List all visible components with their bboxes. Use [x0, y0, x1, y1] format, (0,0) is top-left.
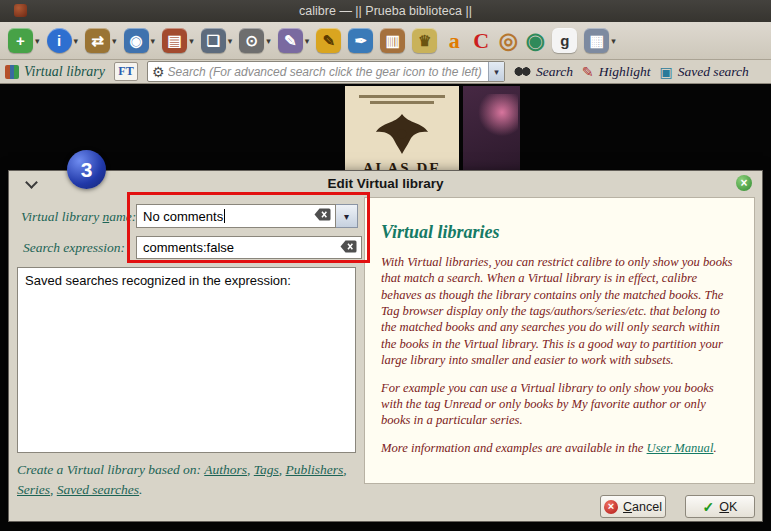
saved-searches-link[interactable]: Saved searches — [57, 482, 139, 497]
edit-metadata-icon: i — [47, 28, 72, 53]
amazon-button[interactable]: a — [442, 26, 466, 55]
dropdown-arrow-icon[interactable]: ▾ — [74, 36, 79, 46]
virtual-library-label: Virtual library — [24, 64, 105, 80]
tags-link[interactable]: Tags — [254, 462, 279, 477]
saved-searches-listbox-label: Saved searches recognized in the express… — [25, 273, 291, 288]
saved-search-icon: ▣ — [660, 64, 673, 80]
info-paragraph-1: With Virtual libraries, you can restrict… — [381, 254, 738, 369]
mark-books-icon: ✒ — [348, 28, 373, 53]
news-icon: ◉ — [525, 28, 545, 53]
series-link[interactable]: Series — [17, 482, 50, 497]
trophy-icon: ♛ — [412, 28, 437, 53]
ok-check-icon: ✓ — [703, 499, 715, 515]
search-button[interactable]: Search — [514, 64, 573, 80]
trophy-button[interactable]: ♛ — [410, 26, 439, 55]
search-input[interactable] — [168, 65, 488, 79]
full-text-search-button[interactable]: FT — [114, 62, 138, 81]
dropdown-arrow-icon[interactable]: ▾ — [151, 36, 156, 46]
binoculars-icon — [514, 66, 531, 77]
search-bar-row: Virtual library FT ⚙ ▾ Search ✎ Highligh… — [0, 60, 771, 84]
gear-icon[interactable]: ⚙ — [152, 64, 165, 80]
user-manual-link[interactable]: User Manual — [647, 441, 714, 455]
search-magnifier-icon: ⊙ — [239, 28, 264, 53]
news-button[interactable]: ◉ — [523, 26, 547, 55]
goodreads-icon: g — [552, 28, 577, 53]
cover-flower-art — [478, 94, 518, 140]
library-stats-icon: ▥ — [380, 28, 405, 53]
donate-icon: ◎ — [498, 28, 518, 53]
virtual-library-name-label: Virtual library name: — [21, 209, 136, 225]
view-book-button[interactable]: ◉▾ — [122, 26, 158, 55]
titlebar: calibre — || Prueba biblioteca || — [0, 0, 771, 22]
dropdown-arrow-icon[interactable]: ▾ — [112, 36, 117, 46]
layout-columns-icon: ▦ — [584, 28, 609, 53]
goodreads-button[interactable]: g — [550, 26, 579, 55]
calibre-window: calibre — || Prueba biblioteca || +▾i▾⇄▾… — [0, 0, 771, 531]
highlighter-icon: ✎ — [582, 64, 594, 80]
annotation-highlight-rect — [127, 192, 370, 263]
close-icon[interactable]: × — [736, 175, 752, 191]
dropdown-arrow-icon[interactable]: ▾ — [35, 36, 40, 46]
search-box: ⚙ ▾ — [147, 61, 505, 82]
search-dropdown-arrow-icon[interactable]: ▾ — [488, 62, 504, 81]
saved-searches-listbox[interactable]: Saved searches recognized in the express… — [17, 267, 356, 453]
dropdown-arrow-icon[interactable]: ▾ — [305, 36, 310, 46]
window-title: calibre — || Prueba biblioteca || — [299, 4, 472, 18]
send-to-device-icon: ▤ — [162, 28, 187, 53]
convert-books-icon: ⇄ — [85, 28, 110, 53]
dropdown-arrow-icon[interactable]: ▾ — [228, 36, 233, 46]
virtual-library-button[interactable]: Virtual library — [5, 64, 105, 80]
convert-books-button[interactable]: ⇄▾ — [83, 26, 119, 55]
info-paragraph-3: More information and examples are availa… — [381, 440, 738, 456]
cover-blurb-line — [370, 101, 434, 104]
info-paragraph-2: For example you can use a Virtual librar… — [381, 380, 738, 429]
dropdown-arrow-icon[interactable]: ▾ — [611, 36, 616, 46]
annotation-step-badge: 3 — [67, 150, 106, 189]
virtual-libraries-info-panel: Virtual libraries With Virtual libraries… — [364, 197, 755, 484]
calibre-store-icon: C — [471, 28, 491, 53]
search-magnifier-button[interactable]: ⊙▾ — [237, 26, 273, 55]
create-based-on-text: Create a Virtual library based on: Autho… — [17, 460, 363, 499]
dropdown-arrow-icon[interactable]: ▾ — [189, 36, 194, 46]
main-toolbar: +▾i▾⇄▾◉▾▤▾❏▾⊙▾✎▾✎✒▥♛aC◎◉g▦▾ — [0, 22, 771, 60]
cover-blurb-line — [359, 95, 445, 98]
mark-books-button[interactable]: ✒ — [346, 26, 375, 55]
donate-button[interactable]: ◎ — [496, 26, 520, 55]
polish-books-button[interactable]: ✎ — [314, 26, 343, 55]
calibre-store-button[interactable]: C — [469, 26, 493, 55]
authors-link[interactable]: Authors — [204, 462, 247, 477]
layout-columns-button[interactable]: ▦▾ — [582, 26, 618, 55]
info-heading: Virtual libraries — [381, 222, 738, 243]
library-stats-button[interactable]: ▥ — [378, 26, 407, 55]
edit-book-icon: ✎ — [278, 28, 303, 53]
library-books-icon — [5, 65, 19, 79]
publishers-link[interactable]: Publishers — [286, 462, 344, 477]
add-books-button[interactable]: +▾ — [6, 26, 42, 55]
dialog-title: Edit Virtual library — [9, 176, 762, 191]
edit-virtual-library-dialog: Edit Virtual library × Virtual library n… — [8, 170, 763, 522]
edit-metadata-button[interactable]: i▾ — [45, 26, 81, 55]
polish-books-icon: ✎ — [316, 28, 341, 53]
add-books-icon: + — [8, 28, 33, 53]
preview-book-icon: ❏ — [201, 28, 226, 53]
bird-emblem-icon — [374, 112, 430, 156]
cancel-x-icon: × — [604, 500, 618, 514]
edit-book-button[interactable]: ✎▾ — [276, 26, 312, 55]
window-menu-icon[interactable] — [14, 4, 27, 17]
amazon-icon: a — [444, 28, 464, 53]
dropdown-arrow-icon[interactable]: ▾ — [266, 36, 271, 46]
preview-book-button[interactable]: ❏▾ — [199, 26, 235, 55]
ok-button[interactable]: ✓ OK — [685, 495, 755, 518]
send-to-device-button[interactable]: ▤▾ — [160, 26, 196, 55]
highlight-button[interactable]: ✎ Highlight — [582, 64, 651, 80]
search-expression-label: Search expression: — [23, 240, 125, 256]
cancel-button[interactable]: × Cancel — [600, 495, 666, 518]
view-book-icon: ◉ — [124, 28, 149, 53]
saved-search-button[interactable]: ▣ Saved search — [660, 64, 749, 80]
